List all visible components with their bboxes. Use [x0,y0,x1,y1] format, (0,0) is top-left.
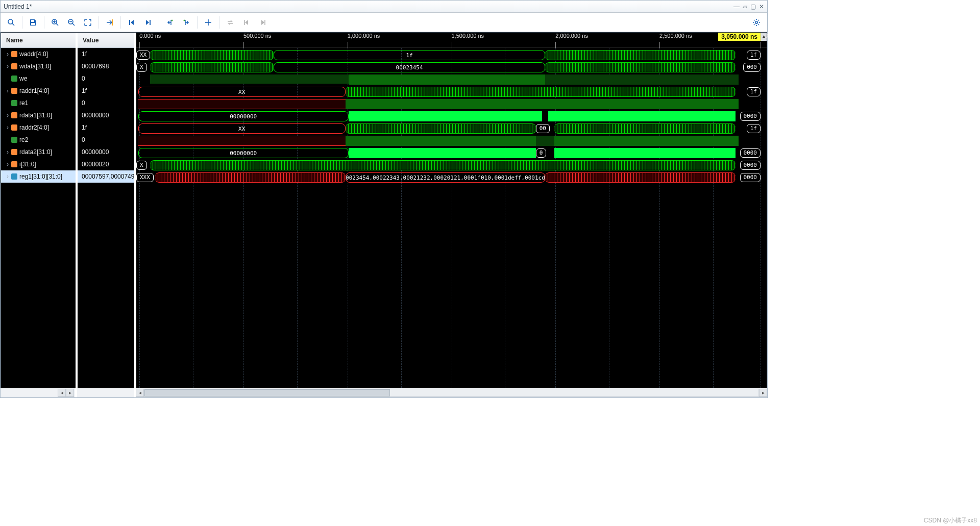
zoom-fit-icon[interactable] [80,15,95,30]
time-ruler[interactable]: 0.000 ns500.000 ns1,000.000 ns1,500.000 … [136,33,767,48]
go-last-icon[interactable] [140,15,156,30]
ruler-tick: 1,000.000 ns [348,33,380,39]
cursor-time-badge[interactable]: 3,050.000 ns [718,33,761,41]
toolbar [1,13,767,32]
titlebar[interactable]: Untitled 1* — ▱ ▢ ✕ [1,1,767,13]
svg-point-15 [184,19,185,21]
next-transition-icon[interactable] [179,15,194,30]
maximize-icon[interactable]: ▢ [750,3,756,10]
signal-row[interactable]: ›i[31:0] [1,158,76,170]
wave-scroll-thumb[interactable] [144,389,390,396]
signal-row[interactable]: ›raddr1[4:0] [1,85,76,97]
signal-value-row[interactable]: 00007698 [78,60,134,72]
name-column[interactable]: Name ›waddr[4:0]›wdata[31:0]we›raddr1[4:… [1,33,78,388]
go-first-icon[interactable] [124,15,139,30]
next-marker-icon[interactable] [255,15,271,30]
ruler-tick: 2,500.000 ns [659,33,692,39]
prev-marker-icon[interactable] [239,15,254,30]
name-header[interactable]: Name [1,33,76,48]
signal-value-row[interactable]: 00000000 [78,146,134,158]
signal-value: 00007698 [82,63,109,70]
wave-start-value: X [136,161,147,170]
waveform-column[interactable]: 3,050.000 ns ▴ 0.000 ns500.000 ns1,000.0… [136,33,767,388]
scroll-up-icon[interactable]: ▴ [761,33,767,41]
signal-value-row[interactable]: 00000020 [78,158,134,170]
signal-value: 0 [82,99,85,107]
signal-row[interactable]: ›wdata[31:0] [1,60,76,72]
content-area: Name ›waddr[4:0]›wdata[31:0]we›raddr1[4:… [1,32,767,397]
signal-row[interactable]: ›waddr[4:0] [1,48,76,60]
settings-icon[interactable] [749,15,764,30]
save-icon[interactable] [26,15,41,30]
wave-end-value: 0000 [740,173,761,182]
add-marker-icon[interactable] [201,15,216,30]
signal-icon [11,100,17,106]
signal-value-row[interactable]: 0 [78,97,134,109]
signal-row[interactable]: re2 [1,134,76,146]
svg-line-5 [56,23,58,26]
waveform-lane[interactable] [136,99,761,109]
ruler-tick: 500.000 ns [243,33,271,39]
wave-end-value: 1f [747,124,761,133]
waveform-lane[interactable]: XX1f1f [136,50,761,60]
restore-icon[interactable]: ▱ [743,3,747,10]
signal-value-row[interactable]: 1f [78,48,134,60]
waveform-lane[interactable]: 000000000000 [136,111,761,121]
horizontal-scrollbars: ◂ ▸ ◂ ▸ [1,388,767,397]
value-column[interactable]: Value 1f0000769801f0000000001f0000000000… [78,33,136,388]
prev-transition-icon[interactable] [162,15,178,30]
waveform-lane[interactable] [136,136,761,146]
signal-value-row[interactable]: 1f [78,121,134,134]
signal-icon [11,124,17,131]
waveform-lane[interactable]: X00023454000 [136,62,761,72]
svg-line-9 [72,23,75,26]
signal-value: 00000000 [82,112,109,119]
signal-name: waddr[4:0] [19,51,48,58]
waveform-window: Untitled 1* — ▱ ▢ ✕ [0,0,768,398]
swap-icon[interactable] [223,15,238,30]
name-scroll-left-icon[interactable]: ◂ [58,389,66,397]
signal-value-row[interactable]: 1f [78,85,134,97]
signal-value-row[interactable]: 0 [78,134,134,146]
waveform-lane[interactable] [136,74,761,85]
waveform-lane[interactable]: XXX00023454,00022343,00021232,00020121,0… [136,172,761,183]
signal-icon [11,112,17,118]
signal-row[interactable]: ›rdata2[31:0] [1,146,76,158]
wave-end-value: 0000 [740,112,761,121]
wave-scroll-left-icon[interactable]: ◂ [136,389,144,397]
wave-end-value: 0000 [740,161,761,170]
watermark: CSDN @小橘子xx8 [924,516,977,525]
search-icon[interactable] [4,15,19,30]
wave-scroll-track[interactable] [144,389,759,397]
value-header[interactable]: Value [78,33,134,48]
signal-name: rdata2[31:0] [19,148,52,156]
svg-point-14 [172,19,173,21]
signal-value: 1f [82,124,87,131]
signal-value-row[interactable]: 00000000 [78,109,134,121]
zoom-out-icon[interactable] [64,15,79,30]
signal-row[interactable]: ›raddr2[4:0] [1,121,76,134]
waveform-lane[interactable]: X0000 [136,160,761,170]
goto-cursor-icon[interactable] [102,15,117,30]
signal-row[interactable]: ›rdata1[31:0] [1,109,76,121]
signal-value-row[interactable]: 00007597,00007496, [78,170,134,183]
close-icon[interactable]: ✕ [759,3,764,10]
zoom-in-icon[interactable] [47,15,63,30]
waveform-lane[interactable]: 0000000000000 [136,148,761,158]
signal-name: re1 [19,99,28,107]
waveform-canvas[interactable]: XX1f1fX00023454000XX1f000000000000XX001f… [136,48,767,388]
waveform-lane[interactable]: XX001f [136,123,761,134]
minimize-icon[interactable]: — [733,3,740,10]
signal-row[interactable]: we [1,72,76,85]
signal-icon [11,161,17,167]
wave-segment [138,136,346,146]
wave-segment [349,111,542,121]
signal-value-row[interactable]: 0 [78,72,134,85]
wave-segment [545,172,736,183]
wave-scroll-right-icon[interactable]: ▸ [759,389,767,397]
waveform-lane[interactable]: XX1f [136,87,761,97]
signal-row[interactable]: ›reg1[31:0][31:0] [1,170,76,183]
signal-value: 1f [82,51,87,58]
signal-row[interactable]: re1 [1,97,76,109]
name-scroll-right-icon[interactable]: ▸ [66,389,74,397]
